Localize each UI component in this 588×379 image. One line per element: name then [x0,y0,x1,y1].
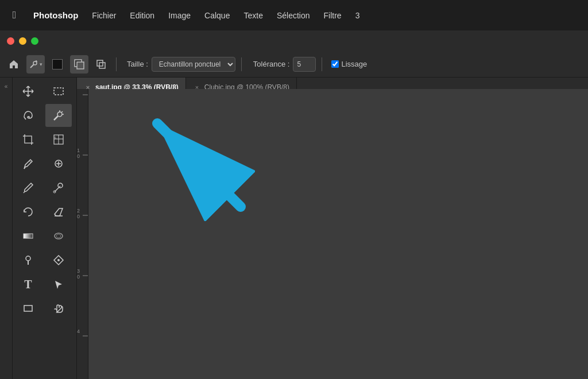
canvas-workspace [88,89,588,379]
lissage-checkbox[interactable] [331,60,339,68]
menu-more[interactable]: 3 [350,9,366,22]
shape-tool-btn[interactable] [15,297,41,320]
magic-wand-button[interactable]: ▾ [26,55,45,74]
menu-photoshop[interactable]: Photoshop [28,8,84,22]
hand-tool-btn[interactable] [45,297,72,320]
svg-rect-15 [25,136,32,143]
menu-edition[interactable]: Edition [124,9,160,22]
svg-line-20 [29,161,31,163]
svg-line-0 [30,64,34,68]
main-area: « [0,78,588,379]
svg-line-13 [61,111,63,113]
blur-tool-btn[interactable] [45,225,72,247]
taille-label: Taille : [127,60,148,68]
tolerance-input[interactable]: 5 [293,57,316,72]
svg-text:0: 0 [77,214,80,219]
pen-tool-btn[interactable] [45,249,72,272]
marquee-rect-tool[interactable] [45,80,72,103]
menu-selection[interactable]: Sélection [271,9,316,22]
svg-point-33 [57,259,60,261]
eraser-tool-btn[interactable] [45,200,72,223]
svg-text:1: 1 [77,148,80,153]
svg-line-10 [54,116,58,120]
menu-image[interactable]: Image [163,9,196,22]
menu-texte[interactable]: Texte [238,9,268,22]
svg-rect-8 [54,88,63,95]
svg-line-21 [24,167,25,169]
brush-tool-btn[interactable] [15,176,41,199]
crop-tool-btn[interactable] [15,128,41,151]
menu-fichier[interactable]: Fichier [86,9,122,22]
text-tool-btn[interactable]: T [15,273,41,296]
tolerance-label: Tolérance : [253,60,290,68]
magic-wand-tool-btn[interactable] [45,104,72,127]
ruler-corner [77,97,88,109]
svg-text:S: S [54,136,56,140]
lasso-tool[interactable] [15,104,41,127]
slice-tool-btn[interactable]: S [45,128,72,151]
menu-bar:  Photoshop Fichier Edition Image Calque… [0,0,588,30]
toolbar-divider-1 [116,57,117,71]
svg-point-31 [26,256,30,261]
screen-mode-button[interactable] [92,55,110,74]
svg-rect-7 [99,63,105,68]
quick-mask-button[interactable] [70,55,88,74]
svg-rect-34 [24,305,32,311]
stamp-tool-btn[interactable] [45,176,72,199]
svg-text:0: 0 [77,153,80,159]
svg-point-11 [57,112,62,117]
healing-brush-btn[interactable] [45,152,72,175]
ruler-vertical: 0 1 0 2 0 3 0 4 [77,89,88,379]
svg-line-9 [24,117,26,119]
secondary-toolbar: ▾ Taille : Echantillon ponctuel Moyen [0,51,588,78]
collapse-icon: « [5,83,8,90]
menu-filtre[interactable]: Filtre [318,9,347,22]
lissage-checkbox-label[interactable]: Lissage [331,60,367,68]
menu-calque[interactable]: Calque [199,9,235,22]
canvas-area: × saut.jpg @ 33,3% (RVB/8) × Clubic.jpg … [77,78,588,379]
annotation-arrow [140,106,255,221]
svg-text:3: 3 [77,268,80,274]
move-tool[interactable] [15,80,41,103]
panel-collapse-button[interactable]: « [0,78,13,379]
minimize-window-button[interactable] [19,37,26,45]
apple-logo-icon[interactable]:  [6,0,23,30]
lissage-text: Lissage [341,60,367,68]
toolbar-divider-3 [322,57,322,71]
svg-line-71 [157,123,241,207]
history-brush-btn[interactable] [15,200,41,223]
svg-point-30 [56,234,61,238]
dodge-tool-btn[interactable] [15,249,41,272]
traffic-lights-bar [0,30,588,51]
svg-rect-5 [77,62,84,69]
foreground-color-button[interactable] [48,55,67,74]
maximize-window-button[interactable] [31,37,38,45]
gradient-tool-btn[interactable] [15,225,41,247]
path-selection-btn[interactable] [45,273,72,296]
svg-text:0: 0 [77,274,80,280]
svg-text:2: 2 [77,208,80,214]
tool-panel: S [13,78,77,379]
svg-rect-28 [24,234,33,238]
toolbar-divider-2 [241,57,242,71]
eyedropper-tool-btn[interactable] [15,152,41,175]
close-window-button[interactable] [7,37,14,45]
taille-select[interactable]: Echantillon ponctuel Moyenne 3x3 Moyenne… [152,57,235,72]
svg-rect-6 [97,60,103,66]
svg-text:4: 4 [77,328,80,334]
home-button[interactable] [5,55,23,74]
